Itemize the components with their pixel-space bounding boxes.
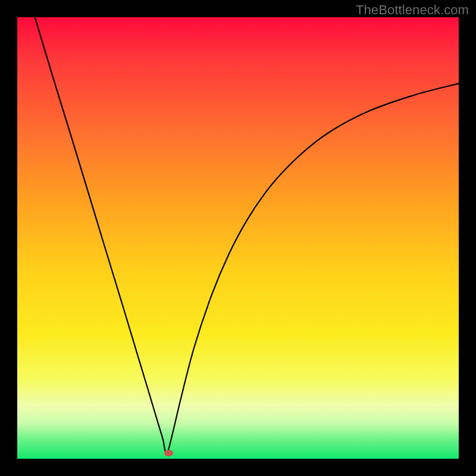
bottleneck-curve bbox=[35, 17, 459, 455]
watermark-text: TheBottleneck.com bbox=[356, 2, 469, 18]
chart-frame: TheBottleneck.com bbox=[0, 0, 476, 476]
minimum-marker bbox=[164, 450, 173, 456]
curve-layer bbox=[17, 17, 459, 459]
